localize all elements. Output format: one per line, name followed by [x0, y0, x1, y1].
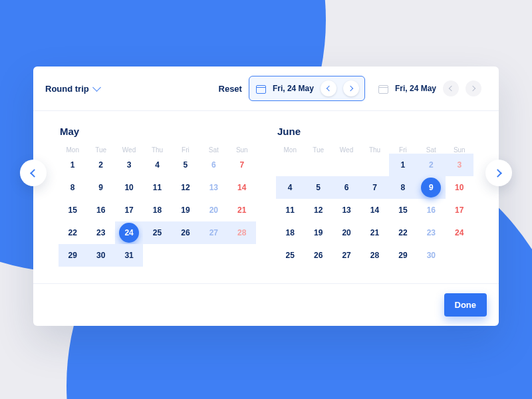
day-cell[interactable]: 14 [228, 176, 256, 199]
day-cell[interactable]: 2 [417, 154, 445, 176]
done-button[interactable]: Done [444, 293, 487, 317]
chevron-right-icon [493, 169, 502, 178]
day-cell[interactable]: 18 [143, 199, 171, 221]
day-cell[interactable]: 24 [115, 221, 143, 244]
day-cell[interactable]: 14 [360, 199, 388, 221]
chevron-left-icon [30, 169, 39, 178]
day-cell[interactable]: 31 [115, 244, 143, 267]
dow-label: Sun [446, 146, 473, 154]
day-cell[interactable]: 28 [360, 244, 388, 267]
day-cell[interactable]: 23 [417, 221, 445, 244]
day-cell[interactable]: 17 [115, 199, 143, 221]
day-cell[interactable]: 9 [417, 176, 445, 199]
day-cell[interactable]: 15 [59, 199, 86, 221]
day-cell[interactable]: 28 [228, 221, 256, 244]
day-cell[interactable]: 7 [228, 154, 256, 176]
day-cell[interactable]: 18 [276, 221, 304, 244]
month-june: June MonTueWedThuFriSatSun 1234567891011… [276, 124, 473, 283]
day-cell[interactable]: 13 [200, 176, 227, 199]
day-grid: 1234567891011121314151617181920212223242… [59, 154, 256, 267]
day-cell[interactable]: 27 [200, 221, 227, 244]
month-name: June [277, 126, 473, 137]
month-may: May MonTueWedThuFriSatSun 12345678910111… [59, 124, 256, 283]
chevron-down-icon [92, 83, 101, 92]
day-cell[interactable]: 19 [172, 199, 200, 221]
day-cell[interactable]: 11 [276, 199, 304, 221]
day-cell[interactable]: 5 [304, 176, 332, 199]
day-cell[interactable]: 4 [276, 176, 304, 199]
day-cell[interactable]: 30 [86, 244, 114, 267]
day-cell[interactable]: 20 [332, 221, 360, 244]
next-month-button[interactable] [485, 160, 512, 186]
day-cell[interactable]: 22 [59, 221, 86, 244]
chevron-right-icon [348, 86, 353, 91]
day-cell[interactable]: 1 [389, 154, 417, 176]
day-cell[interactable]: 13 [332, 199, 360, 221]
day-cell[interactable]: 22 [389, 221, 417, 244]
day-cell[interactable]: 8 [389, 176, 417, 199]
dow-row: MonTueWedThuFriSatSun [276, 146, 473, 154]
calendar-icon [378, 84, 388, 94]
depart-next-button[interactable] [343, 80, 359, 96]
day-cell[interactable]: 10 [446, 176, 473, 199]
chevron-right-icon [470, 86, 475, 91]
dow-row: MonTueWedThuFriSatSun [59, 146, 256, 154]
day-cell[interactable]: 23 [86, 221, 114, 244]
day-cell[interactable]: 6 [200, 154, 227, 176]
dow-label: Mon [59, 146, 86, 154]
months-container: May MonTueWedThuFriSatSun 12345678910111… [33, 111, 499, 283]
day-cell[interactable]: 19 [304, 221, 332, 244]
day-cell[interactable]: 3 [446, 154, 473, 176]
day-cell[interactable]: 21 [228, 199, 256, 221]
day-cell[interactable]: 20 [200, 199, 227, 221]
dow-label: Sun [228, 146, 256, 154]
dow-label: Wed [115, 146, 143, 154]
trip-type-dropdown[interactable]: Round trip [45, 84, 100, 94]
dow-label: Mon [276, 146, 304, 154]
depart-prev-button[interactable] [321, 80, 336, 96]
day-cell[interactable]: 26 [304, 244, 332, 267]
day-cell[interactable]: 12 [172, 176, 200, 199]
day-cell[interactable]: 30 [417, 244, 445, 267]
day-cell[interactable]: 10 [115, 176, 143, 199]
reset-button[interactable]: Reset [219, 84, 242, 94]
day-cell[interactable]: 27 [332, 244, 360, 267]
day-grid: 1234567891011121314151617181920212223242… [276, 154, 473, 267]
day-cell[interactable]: 12 [304, 199, 332, 221]
day-cell[interactable]: 7 [360, 176, 388, 199]
day-cell[interactable]: 9 [86, 176, 114, 199]
day-cell[interactable]: 3 [115, 154, 143, 176]
dow-label: Wed [332, 146, 360, 154]
dow-label: Fri [389, 146, 417, 154]
day-cell[interactable]: 16 [86, 199, 114, 221]
day-cell[interactable]: 25 [143, 221, 171, 244]
dow-label: Tue [304, 146, 332, 154]
depart-date-label: Fri, 24 May [273, 84, 314, 93]
prev-month-button[interactable] [20, 160, 47, 186]
day-cell[interactable]: 17 [446, 199, 473, 221]
day-cell[interactable]: 2 [86, 154, 114, 176]
dow-label: Fri [172, 146, 200, 154]
trip-type-label: Round trip [45, 84, 89, 94]
depart-date-chip[interactable]: Fri, 24 May [249, 76, 365, 101]
day-cell[interactable]: 5 [172, 154, 200, 176]
day-cell[interactable]: 21 [360, 221, 388, 244]
return-prev-button[interactable] [443, 80, 459, 96]
day-cell[interactable]: 6 [332, 176, 360, 199]
day-cell[interactable]: 29 [59, 244, 86, 267]
chevron-left-icon [449, 86, 454, 91]
day-cell[interactable]: 4 [143, 154, 171, 176]
day-cell[interactable]: 15 [389, 199, 417, 221]
day-cell[interactable]: 1 [59, 154, 86, 176]
day-cell[interactable]: 25 [276, 244, 304, 267]
day-cell[interactable]: 16 [417, 199, 445, 221]
dow-label: Sat [417, 146, 445, 154]
day-cell[interactable]: 26 [172, 221, 200, 244]
day-cell[interactable]: 24 [446, 221, 473, 244]
day-cell[interactable]: 11 [143, 176, 171, 199]
return-next-button[interactable] [466, 80, 481, 96]
day-cell[interactable]: 29 [389, 244, 417, 267]
header-right: Reset Fri, 24 May Fri, 24 May [219, 76, 487, 101]
return-date-chip[interactable]: Fri, 24 May [372, 76, 487, 100]
day-cell[interactable]: 8 [59, 176, 86, 199]
